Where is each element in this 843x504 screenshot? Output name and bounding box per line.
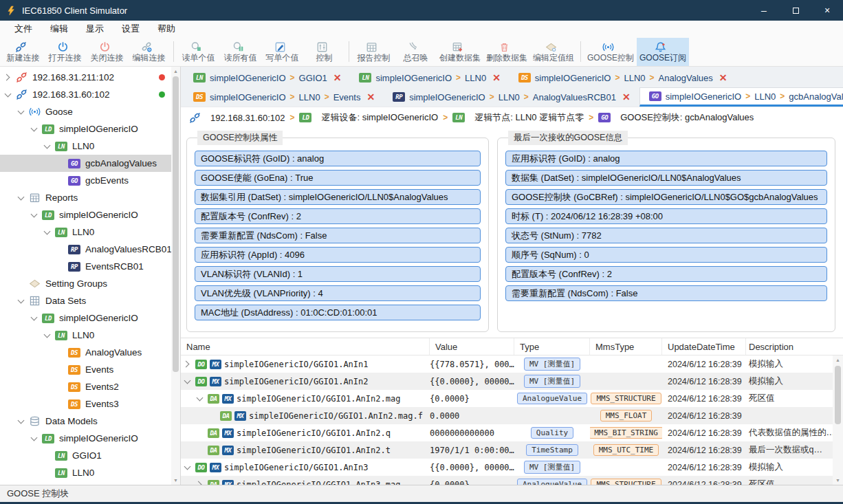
chevron-down-icon[interactable] [44, 228, 51, 234]
tab-close-icon[interactable]: ✕ [622, 92, 631, 102]
tree-item[interactable]: LDsimpleIOGenericIO [0, 206, 180, 223]
toolbar-button-report-control[interactable]: 报告控制 [353, 38, 395, 66]
toolbar-button-read-all[interactable]: 读所有值 [219, 38, 261, 66]
scroll-up-icon[interactable]: ▲ [171, 67, 180, 76]
chevron-right-icon[interactable] [183, 361, 190, 368]
chevron-down-icon[interactable] [5, 90, 12, 97]
table-scrollbar[interactable]: ▲ ▼ [833, 355, 843, 485]
minimize-button[interactable]: – [748, 0, 780, 21]
chevron-down-icon[interactable] [18, 193, 25, 200]
toolbar-button-dataset-create[interactable]: 创建数据集 [437, 38, 483, 66]
tab-close-icon[interactable]: ✕ [492, 73, 501, 83]
tree-item[interactable]: DSEvents [0, 361, 180, 378]
tab-analogvaluesrcb01[interactable]: RPsimpleIOGenericIO>LLN0>AnalogValuesRCB… [384, 87, 639, 107]
tab-close-icon[interactable]: ✕ [333, 73, 342, 83]
column-header-mmstype[interactable]: MmsType [590, 338, 662, 355]
tab-lln0[interactable]: LNsimpleIOGenericIO>LLN0✕ [350, 68, 509, 87]
tree-item[interactable]: LDsimpleIOGenericIO [0, 309, 180, 327]
scroll-down-icon[interactable]: ▼ [171, 476, 180, 485]
chevron-down-icon[interactable] [31, 124, 38, 131]
chevron-down-icon[interactable] [18, 107, 25, 114]
toolbar-button-general-interrogation[interactable]: 总召唤 [395, 38, 437, 66]
toolbar-button-control[interactable]: 控制 [303, 38, 345, 66]
tree-item[interactable]: 192.168.31.60:102 [0, 86, 180, 103]
column-header-description[interactable]: Description [746, 338, 843, 355]
toolbar-button-plug-edit[interactable]: 编辑连接 [128, 38, 170, 66]
chevron-down-icon[interactable] [18, 417, 25, 424]
breadcrumb-item[interactable]: GOOSE控制块: gcbAnalogValues [620, 111, 754, 124]
tab-gcbanalogvalues[interactable]: GOsimpleIOGenericIO>LLN0>gcbAnalogValues… [639, 87, 843, 107]
chevron-down-icon[interactable] [184, 463, 191, 470]
tree-item[interactable]: DSAnalogValues [0, 344, 180, 361]
scroll-down-icon[interactable]: ▼ [833, 476, 843, 485]
toolbar-button-dataset-delete[interactable]: 删除数据集 [483, 38, 530, 66]
table-row[interactable]: DAMXsimpleIOGenericIO/GGIO1.AnIn3.mag{0.… [181, 476, 843, 485]
tree-item[interactable]: DSEvents2 [0, 378, 180, 395]
toolbar-button-power-open[interactable]: 打开连接 [44, 38, 86, 66]
menu-item-edit[interactable]: 编辑 [41, 21, 77, 37]
toolbar-button-goose-control[interactable]: GOOSE控制 [584, 38, 637, 66]
table-row[interactable]: DOMXsimpleIOGenericIO/GGIO1.AnIn2{{0.000… [181, 373, 843, 390]
toolbar-button-read-one[interactable]: 读单个值 [177, 38, 219, 66]
column-header-type[interactable]: Type [514, 338, 590, 355]
chevron-down-icon[interactable] [44, 142, 51, 149]
chevron-down-icon[interactable] [18, 296, 25, 303]
toolbar-button-power-close[interactable]: 关闭连接 [86, 38, 128, 66]
breadcrumb-host[interactable]: 192.168.31.60:102 [210, 113, 285, 123]
close-button[interactable]: × [811, 0, 843, 21]
table-row[interactable]: DAMXsimpleIOGenericIO/GGIO1.AnIn2.t1970/… [181, 441, 843, 459]
tree-item[interactable]: RPEventsRCB01 [0, 258, 180, 275]
tree-item[interactable]: Data Sets [0, 292, 180, 309]
table-row[interactable]: DAMXsimpleIOGenericIO/GGIO1.AnIn2.mag.f0… [181, 407, 843, 424]
chevron-down-icon[interactable] [184, 377, 191, 384]
breadcrumb-item[interactable]: 逻辑节点: LLN0 逻辑节点零 [474, 111, 584, 124]
chevron-down-icon[interactable] [31, 314, 38, 320]
tree-item[interactable]: GOgcbAnalogValues [0, 155, 180, 172]
tree-item[interactable]: RPAnalogValuesRCB01 [0, 241, 180, 258]
tree-item[interactable]: GOgcbEvents [0, 172, 180, 189]
tree-item[interactable]: LNLLN0 [0, 464, 180, 481]
maximize-button[interactable] [780, 0, 811, 21]
sidebar-scrollbar[interactable]: ▲ ▼ [171, 67, 180, 485]
chevron-down-icon[interactable] [31, 210, 38, 217]
tab-ggio1[interactable]: LNsimpleIOGenericIO>GGIO1✕ [184, 68, 350, 87]
menu-item-file[interactable]: 文件 [6, 21, 41, 37]
tree-item[interactable]: LDsimpleIOGenericIO [0, 430, 180, 447]
scrollbar-thumb[interactable] [173, 76, 179, 372]
chevron-down-icon[interactable] [31, 434, 38, 441]
column-header-name[interactable]: Name [181, 338, 430, 355]
tree-item[interactable]: Goose [0, 103, 180, 120]
scroll-up-icon[interactable]: ▲ [833, 355, 843, 364]
tree-item[interactable]: Setting Groups [0, 275, 180, 292]
breadcrumb-item[interactable]: 逻辑设备: simpleIOGenericIO [321, 111, 438, 124]
tree-item[interactable]: Reports [0, 189, 180, 206]
tree-item[interactable]: LNGGIO1 [0, 447, 180, 464]
table-row[interactable]: DAMXsimpleIOGenericIO/GGIO1.AnIn2.mag{0.… [181, 390, 843, 407]
toolbar-button-setting-group-edit[interactable]: 编辑定值组 [530, 38, 577, 66]
tree-item[interactable]: DSEvents3 [0, 395, 180, 413]
toolbar-button-write-one[interactable]: 写单个值 [261, 38, 303, 66]
tree-item[interactable]: LNLLN0 [0, 327, 180, 344]
column-header-value[interactable]: Value [430, 338, 514, 355]
chevron-right-icon[interactable] [3, 74, 10, 81]
tab-close-icon[interactable]: ✕ [719, 73, 727, 83]
chevron-down-icon[interactable] [197, 394, 204, 401]
tab-events[interactable]: DSsimpleIOGenericIO>LLN0>Events✕ [184, 87, 384, 107]
menu-item-settings[interactable]: 设置 [113, 21, 149, 37]
toolbar-button-goose-subscribe[interactable]: GOOSE订阅 [637, 38, 689, 66]
toolbar-button-plug-new[interactable]: 新建连接 [2, 38, 44, 66]
column-header-updatedatetime[interactable]: UpdateDateTime [662, 338, 746, 355]
table-row[interactable]: DOMXsimpleIOGenericIO/GGIO1.AnIn1{{778.0… [181, 355, 843, 373]
tab-close-icon[interactable]: ✕ [366, 92, 375, 102]
tree-item[interactable]: LNLLN0 [0, 223, 180, 241]
chevron-down-icon[interactable] [44, 331, 51, 338]
tab-analogvalues[interactable]: DSsimpleIOGenericIO>LLN0>AnalogValues✕ [510, 68, 736, 87]
tree-item[interactable]: LNLLN0 [0, 138, 180, 155]
table-row[interactable]: DOMXsimpleIOGenericIO/GGIO1.AnIn3{{0.000… [181, 459, 843, 476]
table-row[interactable]: DAMXsimpleIOGenericIO/GGIO1.AnIn2.q00000… [181, 424, 843, 441]
menu-item-help[interactable]: 帮助 [149, 21, 184, 37]
menu-item-view[interactable]: 显示 [77, 21, 113, 37]
tree-item[interactable]: LDsimpleIOGenericIO [0, 120, 180, 138]
scrollbar-thumb[interactable] [835, 366, 841, 424]
tree-item[interactable]: Data Models [0, 413, 180, 430]
